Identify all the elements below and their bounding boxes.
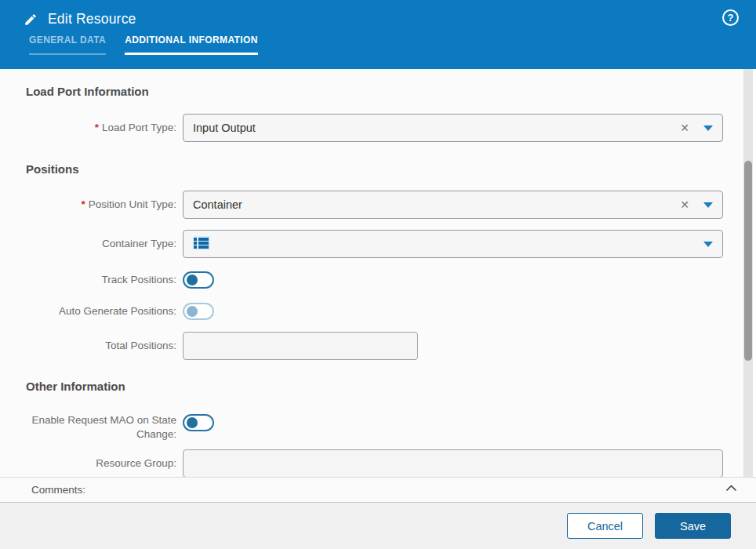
field-row-enable-request-mao: Enable Request MAO on State Change: (0, 413, 743, 442)
clear-icon[interactable]: ✕ (680, 198, 689, 211)
field-row-auto-generate-positions: Auto Generate Positions: (0, 303, 743, 320)
position-unit-type-value: Container (193, 198, 680, 211)
load-port-type-label: Load Port Type: (102, 122, 176, 133)
list-icon (193, 236, 210, 250)
enable-request-mao-toggle[interactable] (183, 414, 214, 431)
dialog-footer: Cancel Save (0, 503, 756, 549)
tab-additional-information[interactable]: ADDITIONAL INFORMATION (125, 35, 258, 55)
save-button[interactable]: Save (655, 513, 731, 539)
clear-icon[interactable]: ✕ (680, 122, 689, 134)
tab-general-data[interactable]: GENERAL DATA (29, 35, 106, 55)
field-row-position-unit-type: *Position Unit Type: Container ✕ (0, 191, 743, 219)
comments-label: Comments: (31, 484, 85, 496)
resource-group-input[interactable] (183, 449, 723, 477)
load-port-type-value: Input Output (193, 122, 680, 134)
container-type-dropdown[interactable] (183, 230, 723, 258)
position-unit-type-dropdown[interactable]: Container ✕ (183, 191, 723, 219)
required-marker: * (95, 122, 99, 133)
total-positions-input[interactable] (183, 332, 418, 360)
vertical-scrollbar-track[interactable] (743, 69, 753, 477)
edit-pencil-icon (24, 13, 38, 27)
section-load-port-information: Load Port Information (26, 85, 743, 99)
section-other-information: Other Information (26, 380, 743, 394)
help-icon[interactable]: ? (722, 9, 739, 26)
form-content: Load Port Information *Load Port Type: I… (0, 69, 743, 477)
track-positions-toggle[interactable] (183, 271, 214, 289)
resource-group-label: Resource Group: (96, 457, 176, 469)
chevron-down-icon[interactable] (703, 242, 713, 247)
chevron-up-icon[interactable] (725, 485, 737, 492)
required-marker: * (81, 198, 85, 210)
chevron-down-icon[interactable] (703, 202, 713, 208)
auto-generate-positions-toggle (183, 303, 214, 320)
section-positions: Positions (26, 162, 743, 176)
position-unit-type-label: Position Unit Type: (89, 198, 176, 210)
auto-generate-positions-label: Auto Generate Positions: (59, 305, 176, 317)
enable-request-mao-label: Enable Request MAO on State Change: (31, 414, 176, 440)
toggle-knob (187, 306, 198, 317)
field-row-load-port-type: *Load Port Type: Input Output ✕ (0, 114, 743, 142)
container-type-label: Container Type: (102, 238, 176, 249)
total-positions-label: Total Positions: (105, 340, 176, 351)
cancel-button[interactable]: Cancel (567, 513, 643, 539)
vertical-scrollbar-thumb[interactable] (744, 161, 752, 361)
load-port-type-dropdown[interactable]: Input Output ✕ (183, 114, 723, 142)
page-title: Edit Resource (48, 11, 136, 27)
track-positions-label: Track Positions: (101, 274, 176, 285)
field-row-track-positions: Track Positions: (0, 271, 743, 289)
field-row-total-positions: Total Positions: (0, 332, 743, 360)
tab-bar: GENERAL DATA ADDITIONAL INFORMATION (0, 35, 756, 55)
dialog-header: Edit Resource ? GENERAL DATA ADDITIONAL … (0, 0, 756, 69)
field-row-resource-group: Resource Group: (0, 449, 743, 477)
toggle-knob (187, 417, 198, 428)
toggle-knob (187, 274, 198, 285)
comments-panel-header[interactable]: Comments: (0, 477, 756, 503)
chevron-down-icon[interactable] (703, 125, 713, 131)
field-row-container-type: Container Type: (0, 230, 743, 258)
